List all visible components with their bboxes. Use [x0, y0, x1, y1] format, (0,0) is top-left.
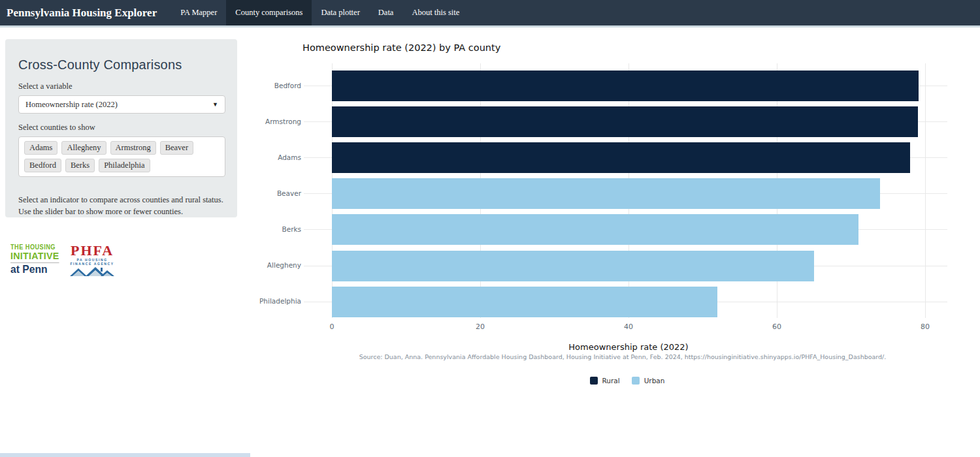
sidebar-panel: Cross-County Comparisons Select a variab… — [5, 39, 237, 217]
bar-armstrong — [332, 106, 918, 137]
county-tag-allegheny[interactable]: Allegheny — [61, 141, 106, 155]
variable-select-label: Select a variable — [18, 82, 224, 91]
county-multiselect[interactable]: AdamsAlleghenyArmstrongBeaverBedfordBerk… — [18, 136, 225, 177]
legend-label-rural: Rural — [602, 377, 620, 385]
x-tick-label-0: 0 — [319, 323, 345, 331]
bar-beaver — [332, 178, 880, 209]
county-select-label: Select counties to show — [18, 123, 224, 133]
navbar-tabs: PA MapperCounty comparisonsData plotterD… — [171, 0, 468, 25]
y-axis-label-allegheny: Allegheny — [229, 261, 301, 269]
x-tick-label-80: 80 — [912, 323, 938, 331]
tab-county-comparisons[interactable]: County comparisons — [226, 0, 312, 25]
legend-item-urban[interactable]: Urban — [632, 377, 665, 385]
phfa-logo: PHFA PA HOUSING FINANCE AGENCY — [69, 244, 115, 279]
county-tag-philadelphia[interactable]: Philadelphia — [99, 159, 150, 172]
tab-data[interactable]: Data — [369, 0, 403, 25]
y-axis-label-adams: Adams — [229, 153, 301, 161]
bar-allegheny — [332, 251, 814, 281]
y-axis-label-berks: Berks — [229, 225, 301, 233]
y-axis-label-armstrong: Armstrong — [229, 118, 301, 125]
x-axis-title: Homeownership rate (2022) — [498, 342, 759, 352]
bar-berks — [332, 214, 858, 245]
x-tick-label-60: 60 — [764, 323, 790, 331]
chart-title: Homeownership rate (2022) by PA county — [302, 42, 500, 53]
tab-pa-mapper[interactable]: PA Mapper — [171, 0, 226, 25]
county-tag-berks[interactable]: Berks — [65, 159, 95, 172]
phfa-logo-name: PHFA — [69, 244, 115, 258]
x-tick-label-40: 40 — [615, 323, 642, 331]
x-tick-label-20: 20 — [467, 323, 493, 331]
app-title: Pennsylvania Housing Explorer — [0, 0, 165, 25]
chart-legend: RuralUrban — [529, 377, 725, 385]
variable-select[interactable]: Homeownership rate (2022) ▼ — [18, 95, 225, 114]
chart-source-note: Source: Duan, Anna. Pennsylvania Afforda… — [329, 353, 917, 360]
sidebar-description: Select an indicator to compare across co… — [18, 194, 226, 217]
tab-data-plotter[interactable]: Data plotter — [312, 0, 368, 25]
bar-philadelphia — [332, 287, 717, 317]
y-axis-label-beaver: Beaver — [229, 189, 301, 197]
legend-swatch-urban — [632, 377, 640, 385]
legend-label-urban: Urban — [644, 377, 665, 385]
county-tag-bedford[interactable]: Bedford — [24, 159, 61, 172]
phfa-roofline-icon — [69, 266, 115, 277]
sidebar-heading: Cross-County Comparisons — [18, 57, 224, 72]
county-tag-beaver[interactable]: Beaver — [160, 141, 193, 155]
navbar: Pennsylvania Housing Explorer PA MapperC… — [0, 0, 980, 27]
legend-item-rural[interactable]: Rural — [590, 377, 620, 385]
housing-initiative-at-penn-logo: THE HOUSING INITIATIVE at Penn — [10, 244, 59, 276]
bar-adams — [332, 142, 910, 173]
county-tag-adams[interactable]: Adams — [24, 141, 57, 155]
y-axis-label-philadelphia: Philadelphia — [229, 297, 301, 305]
logo-row: THE HOUSING INITIATIVE at Penn PHFA PA H… — [10, 244, 115, 279]
x-gridline-80 — [925, 63, 926, 318]
y-axis-label-bedford: Bedford — [229, 82, 301, 89]
bar-bedford — [332, 71, 919, 101]
tab-about-this-site[interactable]: About this site — [402, 0, 468, 25]
bottom-panel-edge — [0, 453, 250, 457]
hip-logo-line2: INITIATIVE — [10, 251, 59, 261]
county-tag-armstrong[interactable]: Armstrong — [110, 141, 156, 155]
legend-swatch-rural — [590, 377, 598, 385]
variable-select-value: Homeownership rate (2022) — [25, 100, 118, 110]
chevron-down-icon: ▼ — [212, 101, 218, 108]
hip-logo-line3: at Penn — [10, 262, 59, 276]
